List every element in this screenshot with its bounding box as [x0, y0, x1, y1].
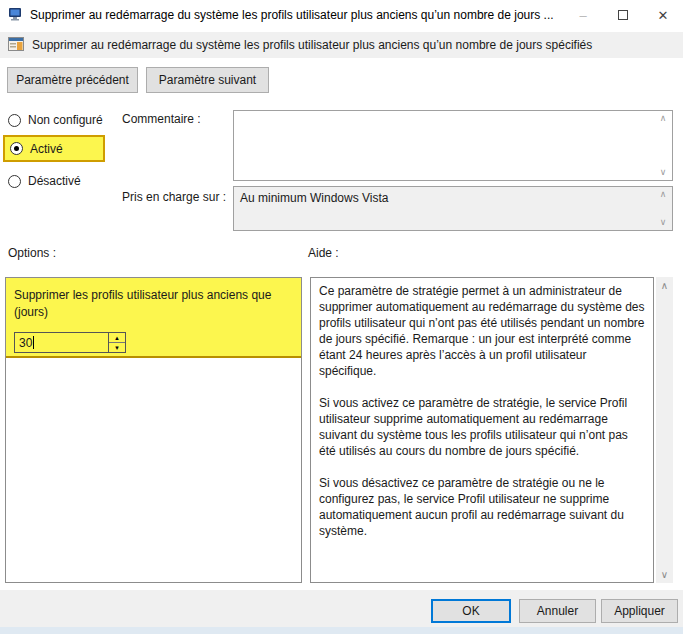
policy-header: Supprimer au redémarrage du système les … [0, 32, 683, 58]
help-paragraph: Si vous activez ce paramètre de stratégi… [319, 395, 645, 459]
apply-button[interactable]: Appliquer [601, 599, 678, 623]
scroll-up-icon[interactable]: ∧ [657, 114, 669, 123]
setting-name-line1: Supprimer les profils utilisateur plus a… [14, 287, 293, 304]
radio-enabled[interactable]: Activé [10, 141, 63, 157]
scroll-up-icon[interactable]: ∧ [656, 277, 673, 294]
radio-circle-icon[interactable] [10, 142, 23, 155]
text-caret [33, 336, 34, 349]
spinner-down-icon[interactable]: ▼ [109, 343, 125, 352]
scroll-down-icon[interactable]: ∨ [657, 218, 669, 227]
title-bar: Supprimer au redémarrage du système les … [0, 0, 683, 30]
cancel-button[interactable]: Annuler [519, 599, 596, 623]
setting-name-line2: (jours) [14, 304, 293, 321]
window-controls: – ✕ [563, 0, 683, 30]
scroll-down-icon[interactable]: ∨ [656, 566, 673, 583]
minimize-button[interactable]: – [563, 0, 603, 30]
help-text-panel: Ce paramètre de stratégie permet à un ad… [310, 277, 654, 583]
radio-not-configured[interactable]: Non configuré [8, 112, 103, 128]
options-highlight-area: Supprimer les profils utilisateur plus a… [6, 278, 301, 358]
radio-disabled[interactable]: Désactivé [8, 173, 81, 189]
options-panel: Supprimer les profils utilisateur plus a… [5, 277, 302, 583]
radio-enabled-highlight: Activé [3, 135, 105, 162]
policy-setting-icon [8, 37, 24, 54]
previous-setting-button[interactable]: Paramètre précédent [7, 67, 138, 93]
days-spinner[interactable]: 30 ▲ ▼ [14, 332, 126, 353]
bottom-edge-strip [0, 627, 683, 634]
radio-label: Activé [30, 142, 63, 156]
maximize-button[interactable] [603, 0, 643, 30]
comment-textarea[interactable]: ∧ ∨ [233, 110, 673, 181]
comment-label: Commentaire : [122, 112, 201, 126]
spinner-up-icon[interactable]: ▲ [109, 333, 125, 343]
help-paragraph: Si vous désactivez ce paramètre de strat… [319, 475, 645, 539]
next-setting-button[interactable]: Paramètre suivant [146, 67, 269, 93]
days-value[interactable]: 30 [19, 336, 32, 350]
ok-button[interactable]: OK [431, 599, 511, 623]
help-scrollbar[interactable]: ∧ ∨ [656, 277, 673, 583]
window-title: Supprimer au redémarrage du système les … [30, 8, 554, 22]
radio-label: Non configuré [28, 113, 103, 127]
scroll-up-icon[interactable]: ∧ [657, 190, 669, 199]
radio-label: Désactivé [28, 174, 81, 188]
scroll-down-icon[interactable]: ∨ [657, 168, 669, 177]
maximize-icon [618, 10, 628, 20]
supported-on-value: Au minimum Windows Vista [240, 191, 389, 205]
radio-circle-icon[interactable] [8, 175, 21, 188]
spinner-buttons: ▲ ▼ [108, 333, 125, 352]
radio-circle-icon[interactable] [8, 114, 21, 127]
app-window-icon [8, 6, 24, 25]
supported-on-label: Pris en charge sur : [122, 190, 226, 204]
close-button[interactable]: ✕ [643, 0, 683, 30]
help-paragraph: Ce paramètre de stratégie permet à un ad… [319, 283, 645, 379]
supported-on-box: Au minimum Windows Vista ∧ ∨ [233, 186, 673, 231]
help-label: Aide : [308, 246, 339, 260]
policy-title: Supprimer au redémarrage du système les … [32, 38, 592, 52]
options-label: Options : [8, 246, 56, 260]
